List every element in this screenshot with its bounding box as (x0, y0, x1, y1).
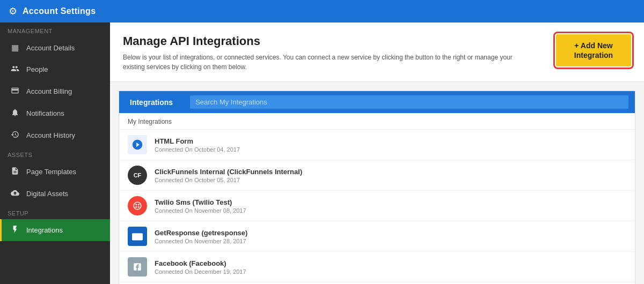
history-icon (9, 130, 21, 140)
sidebar: Management ▦ Account Details People Acco… (0, 23, 110, 284)
billing-icon (9, 86, 21, 96)
integrations-panel: Integrations My Integrations HTML Form C… (119, 91, 635, 284)
twilio-info: Twilio Sms (Twilio Test) Connected On No… (155, 198, 246, 214)
sidebar-item-label: Account Billing (26, 87, 72, 95)
top-header: ⚙ Account Settings (0, 0, 644, 23)
sidebar-item-page-templates[interactable]: Page Templates (0, 161, 110, 183)
sidebar-item-integrations[interactable]: Integrations (0, 219, 110, 241)
integration-name: HTML Form (155, 137, 240, 145)
integrations-icon (9, 225, 21, 235)
page-header-area: Manage API Integrations Below is your li… (110, 23, 644, 82)
body-container: Management ▦ Account Details People Acco… (0, 23, 644, 284)
getresponse-icon (128, 227, 147, 246)
page-templates-icon (9, 167, 21, 177)
facebook-info: Facebook (Facebook) Connected On Decembe… (155, 259, 246, 275)
assets-section-label: Assets (0, 146, 110, 161)
sidebar-item-account-history[interactable]: Account History (0, 124, 110, 146)
integration-date: Connected On October 05, 2017 (155, 177, 302, 183)
people-icon (9, 64, 21, 74)
sidebar-item-notifications[interactable]: Notifications (0, 102, 110, 124)
integration-name: ClickFunnels Internal (ClickFunnels Inte… (155, 168, 302, 176)
integration-date: Connected On November 28, 2017 (155, 238, 247, 244)
clickfunnels-icon: CF (128, 166, 147, 185)
sidebar-item-label: People (26, 65, 48, 73)
integration-row-clickfunnels[interactable]: CF ClickFunnels Internal (ClickFunnels I… (119, 160, 635, 191)
integration-row-facebook[interactable]: Facebook (Facebook) Connected On Decembe… (119, 252, 635, 282)
sidebar-item-label: Page Templates (26, 168, 76, 176)
clickfunnels-info: ClickFunnels Internal (ClickFunnels Inte… (155, 168, 302, 183)
integration-name: Facebook (Facebook) (155, 259, 246, 267)
svg-point-2 (135, 206, 137, 208)
integration-date: Connected On December 19, 2017 (155, 268, 246, 275)
svg-point-0 (135, 204, 137, 205)
my-integrations-label: My Integrations (119, 113, 635, 130)
setup-section-label: Setup (0, 205, 110, 219)
notifications-icon (9, 108, 21, 118)
sidebar-item-label: Notifications (26, 109, 64, 117)
integration-row-html-form[interactable]: HTML Form Connected On October 04, 2017 (119, 130, 635, 160)
integration-date: Connected On November 08, 2017 (155, 207, 246, 214)
html-form-icon (128, 135, 147, 154)
svg-point-3 (138, 206, 140, 208)
sidebar-item-label: Account History (26, 131, 75, 139)
sidebar-item-label: Account Details (26, 44, 75, 52)
sidebar-item-label: Integrations (26, 226, 63, 234)
account-details-icon: ▦ (9, 43, 21, 53)
integrations-header: Integrations (119, 91, 635, 113)
main-content: Manage API Integrations Below is your li… (110, 23, 644, 284)
page-header-text: Manage API Integrations Below is your li… (123, 34, 531, 72)
digital-assets-icon (9, 189, 21, 199)
page-title: Manage API Integrations (123, 34, 531, 48)
html-form-info: HTML Form Connected On October 04, 2017 (155, 137, 240, 153)
integrations-tab-label: Integrations (119, 92, 184, 113)
add-integration-button[interactable]: + Add NewIntegration (556, 34, 631, 66)
sidebar-item-account-details[interactable]: ▦ Account Details (0, 37, 110, 58)
integration-date: Connected On October 04, 2017 (155, 146, 240, 153)
integration-name: GetResponse (getresponse) (155, 229, 247, 237)
gear-icon: ⚙ (9, 5, 17, 17)
page-description: Below is your list of integrations, or c… (123, 53, 531, 72)
sidebar-item-people[interactable]: People (0, 58, 110, 80)
integrations-search-container (184, 91, 635, 113)
facebook-icon (128, 257, 147, 276)
sidebar-item-label: Digital Assets (26, 190, 68, 198)
sidebar-item-digital-assets[interactable]: Digital Assets (0, 183, 110, 205)
svg-point-1 (138, 204, 140, 205)
management-section-label: Management (0, 23, 110, 37)
integration-row-twilio[interactable]: Twilio Sms (Twilio Test) Connected On No… (119, 191, 635, 221)
app-title: Account Settings (23, 6, 96, 16)
integrations-search-input[interactable] (190, 95, 628, 109)
getresponse-info: GetResponse (getresponse) Connected On N… (155, 229, 247, 244)
sidebar-item-account-billing[interactable]: Account Billing (0, 80, 110, 102)
integration-name: Twilio Sms (Twilio Test) (155, 198, 246, 206)
twilio-icon (128, 196, 147, 215)
integration-row-getresponse[interactable]: GetResponse (getresponse) Connected On N… (119, 221, 635, 252)
